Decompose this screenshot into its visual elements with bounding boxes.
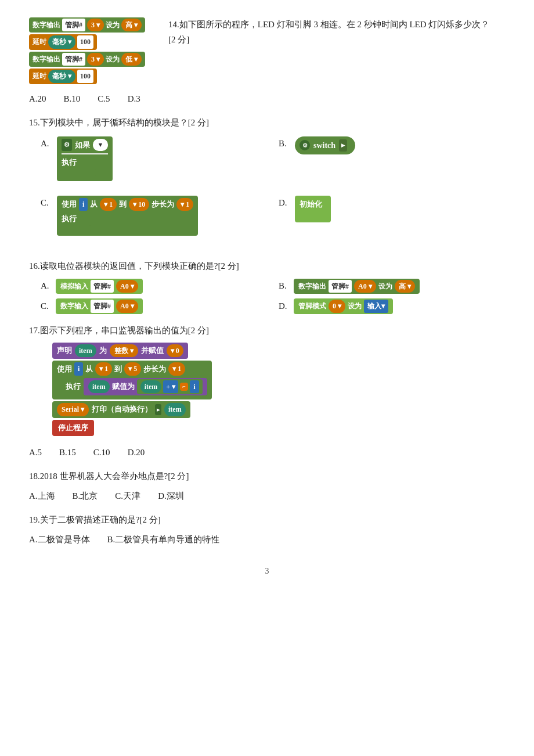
q17-code: 声明 item 为 整数 ▾ 并赋值 ▾ 0 使用 i 从 ▾ 1 到 ▾ 5 … (52, 343, 212, 436)
q19-optB: B.二极管具有单向导通的特性 (107, 532, 505, 548)
q15-optD: D. 初始化 (279, 196, 505, 236)
q14-blocks: 数字输出 管脚# 3 ▾ 设为 高 ▾ 延时 毫秒 ▾ 100 数字输出 (29, 17, 157, 86)
q15-optC-label: C. (41, 196, 52, 211)
q15-optB-block: ⚙ switch ▸ (295, 136, 355, 155)
q16-optA: A. 模拟输入 管脚# A0 ▾ (41, 279, 267, 294)
q17-line2: 使用 i 从 ▾ 1 到 ▾ 5 步长为 ▾ 1 执行 item 赋值为 (52, 361, 212, 399)
q15-optC-block: 使用 i 从 ▾ 1 到 ▾ 10 步长为 ▾ 1 执行 (57, 196, 198, 236)
q16-optD: D. 管脚模式 0 ▾ 设为 输入▾ (279, 298, 505, 314)
q14-block3: 数字输出 管脚# 3 ▾ 设为 低 ▾ (29, 52, 145, 67)
q17-line5: 停止程序 (52, 420, 212, 436)
q18-optC: C.天津 (115, 489, 140, 504)
question-15-label: 15.下列模块中，属于循环结构的模块是？[2 分] (29, 116, 505, 131)
q15-optD-block: 初始化 (295, 196, 331, 222)
q18-optB: B.北京 (73, 489, 98, 504)
q17-optA: A.5 (29, 445, 42, 460)
q17-line4: Serial ▾ 打印（自动换行） ▸ item (52, 401, 212, 417)
switch-block: ⚙ switch ▸ (295, 136, 355, 155)
q15-optA: A. ⚙ 如果 ▾ 执行 (41, 136, 267, 181)
q17-answers: A.5 B.15 C.10 D.20 (29, 445, 505, 460)
page-number: 3 (29, 564, 505, 578)
page-content: 数字输出 管脚# 3 ▾ 设为 高 ▾ 延时 毫秒 ▾ 100 数字输出 (29, 17, 505, 578)
q14-optA: A.20 (29, 92, 46, 107)
q15-optD-label: D. (279, 196, 290, 211)
q16-optC: C. 数字输入 管脚# A0 ▾ (41, 298, 267, 314)
question-18-label: 18.2018 世界机器人大会举办地点是?[2 分] (29, 469, 505, 484)
question-17-label: 17.图示下列程序，串口监视器输出的值为[2 分] (29, 323, 505, 339)
q19-answers: A.二极管是导体 B.二极管具有单向导通的特性 (29, 532, 505, 548)
q15-optB: B. ⚙ switch ▸ (279, 136, 505, 181)
question-16-label: 16.读取电位器模块的返回值，下列模块正确的是?[2 分] (29, 259, 505, 274)
q14-block2: 延时 毫秒 ▾ 100 (29, 34, 97, 49)
q14-text: 14.如下图所示的程序，LED 灯和引脚 3 相连。在 2 秒钟时间内 LED … (168, 17, 505, 47)
q14-number: 14 (168, 20, 177, 29)
q16-optD-label: D. (279, 299, 290, 314)
q17-optB: B.15 (59, 445, 76, 460)
q15-optB-label: B. (279, 136, 290, 152)
question-19-label: 19.关于二极管描述正确的是?[2 分] (29, 513, 505, 528)
question-14: 数字输出 管脚# 3 ▾ 设为 高 ▾ 延时 毫秒 ▾ 100 数字输出 (29, 17, 505, 86)
q18-optA: A.上海 (29, 489, 55, 504)
q16-optB-label: B. (279, 279, 290, 294)
q14-optC: C.5 (98, 92, 110, 107)
q17-optC: C.10 (93, 445, 110, 460)
q18-optD: D.深圳 (158, 489, 184, 504)
q14-score: [2 分] (168, 35, 189, 44)
q14-optB: B.10 (64, 92, 81, 107)
q16-options: A. 模拟输入 管脚# A0 ▾ B. 数字输出 管脚# A0 ▾ 设为 高 ▾… (41, 279, 505, 314)
q15-options: A. ⚙ 如果 ▾ 执行 (41, 136, 505, 236)
q17-optD: D.20 (128, 445, 145, 460)
q16-optC-label: C. (41, 299, 52, 314)
q18-answers: A.上海 B.北京 C.天津 D.深圳 (29, 489, 505, 504)
q17-line1: 声明 item 为 整数 ▾ 并赋值 ▾ 0 (52, 343, 212, 359)
q16-optA-label: A. (41, 279, 52, 294)
q16-optB: B. 数字输出 管脚# A0 ▾ 设为 高 ▾ (279, 279, 505, 294)
q15-optC: C. 使用 i 从 ▾ 1 到 ▾ 10 步长为 ▾ 1 执行 (41, 196, 267, 236)
switch-icon: ⚙ (300, 140, 310, 150)
q14-block1: 数字输出 管脚# 3 ▾ 设为 高 ▾ (29, 17, 145, 33)
q14-block4: 延时 毫秒 ▾ 100 (29, 69, 97, 84)
q15-optA-block: ⚙ 如果 ▾ 执行 (57, 136, 113, 181)
q16-blockA: 模拟输入 管脚# A0 ▾ (56, 279, 143, 294)
q14-optD: D.3 (128, 92, 140, 107)
q19-optA: A.二极管是导体 (29, 532, 90, 548)
q14-answers: A.20 B.10 C.5 D.3 (29, 92, 505, 107)
q15-optA-label: A. (41, 136, 52, 152)
